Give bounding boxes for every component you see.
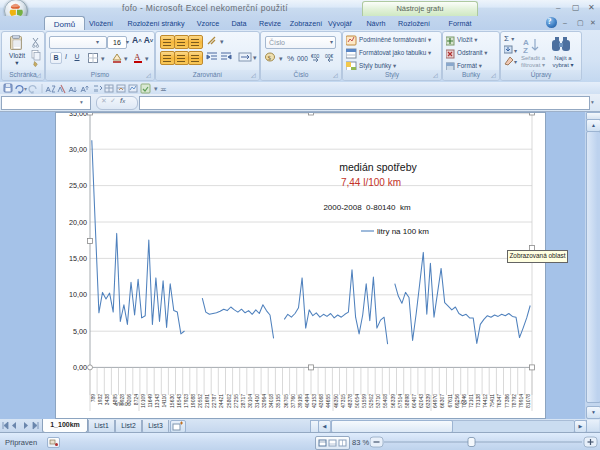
svg-text:▾: ▾ xyxy=(101,55,105,62)
svg-text:▾: ▾ xyxy=(279,55,283,62)
svg-text:15,00: 15,00 xyxy=(69,254,87,263)
svg-text:31410: 31410 xyxy=(254,394,260,408)
svg-text:VIII.00: VIII.00 xyxy=(115,401,131,407)
svg-text:22787: 22787 xyxy=(211,394,217,408)
svg-text:16543: 16543 xyxy=(176,394,182,408)
svg-text:8724: 8724 xyxy=(133,394,139,405)
svg-text:%: % xyxy=(287,54,294,63)
svg-text:▾: ▾ xyxy=(253,54,257,61)
svg-text:46350: 46350 xyxy=(333,394,339,408)
svg-text:2000-2008 0-80140 km: 2000-2008 0-80140 km xyxy=(323,203,411,212)
svg-text:64970: 64970 xyxy=(432,394,438,408)
svg-text:7,44 l/100 km: 7,44 l/100 km xyxy=(341,177,401,188)
svg-text:47315: 47315 xyxy=(340,394,346,408)
svg-text:20552: 20552 xyxy=(197,394,203,408)
svg-text:≖: ≖ xyxy=(160,85,167,94)
svg-text:▾: ▾ xyxy=(124,55,128,62)
svg-text:42153: 42153 xyxy=(311,394,317,408)
svg-text:27255: 27255 xyxy=(233,394,239,408)
svg-text:A: A xyxy=(134,52,141,62)
svg-text:000: 000 xyxy=(297,55,308,62)
svg-text:21691: 21691 xyxy=(204,394,210,408)
svg-text:50054: 50054 xyxy=(354,394,360,408)
svg-text:13143: 13143 xyxy=(154,394,160,408)
svg-text:52502: 52502 xyxy=(368,394,374,408)
svg-text:77386: 77386 xyxy=(504,394,510,408)
svg-text:35,00: 35,00 xyxy=(69,113,87,118)
svg-text:▾: ▾ xyxy=(145,55,149,62)
svg-text:74412: 74412 xyxy=(482,394,488,408)
svg-text:19088: 19088 xyxy=(190,394,196,408)
svg-text:62043: 62043 xyxy=(418,394,424,408)
svg-text:litry na 100 km: litry na 100 km xyxy=(377,227,429,236)
svg-text:▾: ▾ xyxy=(514,59,517,65)
svg-text:15630: 15630 xyxy=(169,394,175,408)
svg-text:53710: 53710 xyxy=(375,394,381,408)
svg-text:20,00: 20,00 xyxy=(69,218,87,227)
svg-text:81078: 81078 xyxy=(525,394,531,408)
svg-text:36705: 36705 xyxy=(283,394,289,408)
svg-text:11649: 11649 xyxy=(147,394,153,408)
svg-text:0,00: 0,00 xyxy=(73,363,87,372)
svg-text:48378: 48378 xyxy=(347,394,353,408)
svg-text:55408: 55408 xyxy=(382,394,388,408)
svg-text:66307: 66307 xyxy=(439,394,445,408)
svg-text:▾: ▾ xyxy=(220,38,224,45)
svg-text:30104: 30104 xyxy=(247,394,253,408)
svg-text:medián spotřeby: medián spotřeby xyxy=(339,161,417,173)
svg-text:44655: 44655 xyxy=(325,394,331,408)
svg-text:43068: 43068 xyxy=(318,394,324,408)
svg-text:73138: 73138 xyxy=(475,394,481,408)
svg-text:72101: 72101 xyxy=(468,394,474,408)
svg-text:▾: ▾ xyxy=(154,85,158,92)
svg-text:63339: 63339 xyxy=(425,394,431,408)
svg-text:$: $ xyxy=(268,54,272,62)
svg-text:▾: ▾ xyxy=(24,86,27,92)
svg-text:14110: 14110 xyxy=(161,394,167,408)
svg-text:35155: 35155 xyxy=(275,394,281,408)
svg-text:3438: 3438 xyxy=(104,394,110,405)
svg-text:58898: 58898 xyxy=(404,394,410,408)
svg-text:57514: 57514 xyxy=(397,394,403,408)
svg-text:1932: 1932 xyxy=(97,394,103,405)
svg-text:32964: 32964 xyxy=(261,394,267,408)
svg-text:39195: 39195 xyxy=(297,394,303,408)
svg-text:30,00: 30,00 xyxy=(69,145,87,154)
svg-text:75411: 75411 xyxy=(489,394,495,408)
svg-text:40494: 40494 xyxy=(304,394,310,408)
svg-text:78792: 78792 xyxy=(511,394,517,408)
svg-text:17923: 17923 xyxy=(183,394,189,408)
svg-text:789: 789 xyxy=(90,394,96,403)
svg-text:00€: 00€ xyxy=(325,53,334,59)
svg-text:51559: 51559 xyxy=(361,394,367,408)
svg-text:10109: 10109 xyxy=(140,394,146,408)
svg-text:€00: €00 xyxy=(311,53,320,59)
svg-text:37760: 37760 xyxy=(290,394,296,408)
svg-text:79914: 79914 xyxy=(518,394,524,408)
svg-text:24421: 24421 xyxy=(218,394,224,408)
svg-text:67611: 67611 xyxy=(447,394,453,408)
svg-text:34018: 34018 xyxy=(268,394,274,408)
svg-text:25802: 25802 xyxy=(226,394,232,408)
svg-text:I.06: I.06 xyxy=(458,399,467,405)
svg-text:5,00: 5,00 xyxy=(73,327,87,336)
svg-text:76347: 76347 xyxy=(496,394,502,408)
svg-text:Z: Z xyxy=(523,46,528,54)
svg-text:10,00: 10,00 xyxy=(69,290,87,299)
svg-text:▾: ▾ xyxy=(514,48,517,54)
svg-text:28717: 28717 xyxy=(240,394,246,408)
svg-text:60407: 60407 xyxy=(411,394,417,408)
svg-text:56339: 56339 xyxy=(390,394,396,408)
svg-text:25,00: 25,00 xyxy=(69,181,87,190)
